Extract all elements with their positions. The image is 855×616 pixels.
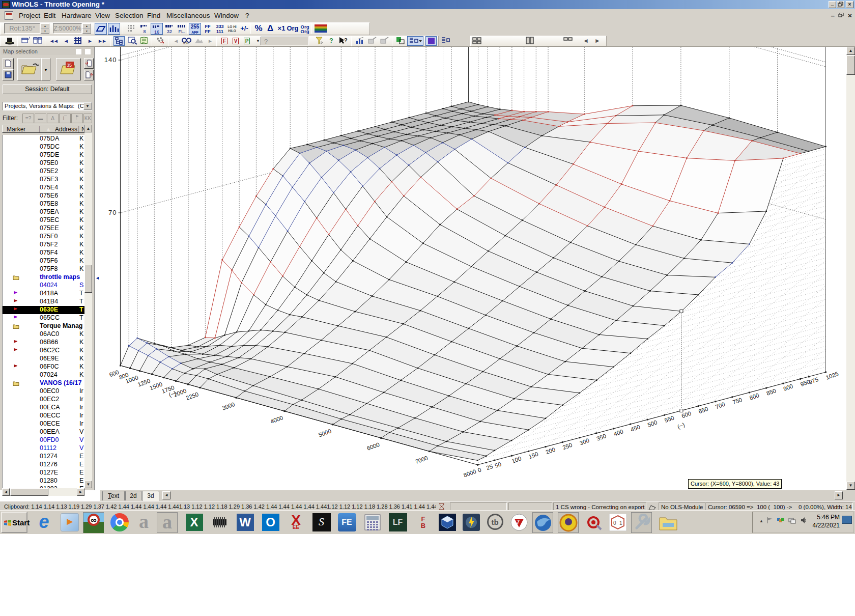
svg-text:70: 70 (108, 209, 117, 216)
svg-text:35: 35 (67, 63, 72, 68)
svg-text:ION..: ION.. (183, 42, 190, 45)
svg-text:140: 140 (104, 56, 117, 64)
svg-text:?: ? (344, 37, 348, 43)
svg-text:0: 0 (613, 520, 616, 526)
svg-text:1: 1 (619, 520, 622, 526)
svg-text:7: 7 (517, 519, 520, 525)
